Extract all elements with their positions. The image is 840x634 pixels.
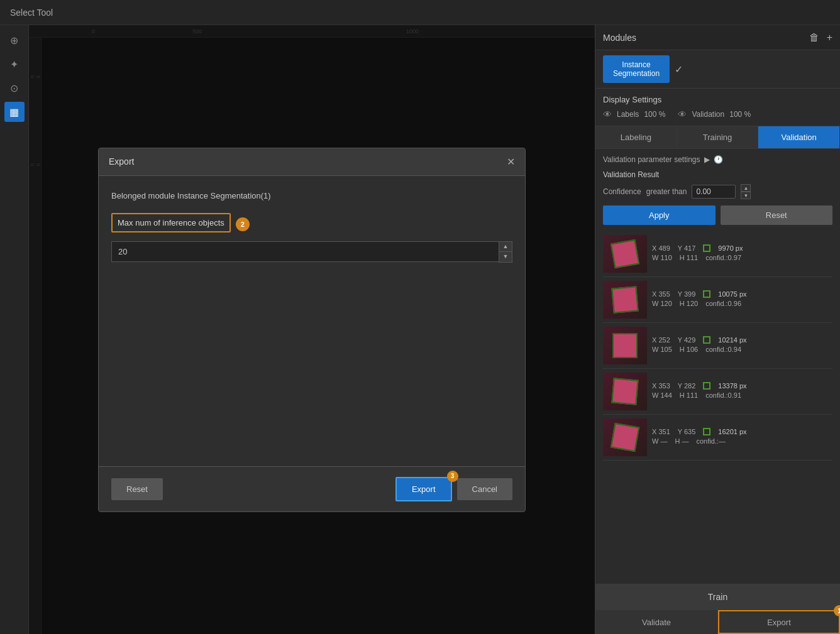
validation-panel: Validation parameter settings ▶ 🕐 Valida… — [595, 149, 840, 584]
modules-header: Modules 🗑 + — [595, 25, 840, 50]
validation-label: Validation — [692, 110, 724, 119]
result-color-box — [703, 336, 710, 344]
modules-actions: 🗑 + — [809, 32, 832, 43]
toolbar-select-icon[interactable]: ⊕ — [4, 30, 25, 50]
result-info: X 489 Y 417 9970 px W 110 H 111 confid.:… — [652, 244, 832, 263]
play-icon[interactable]: ▶ — [704, 155, 710, 164]
modal-overlay: Export ✕ Belonged module Instance Segmen… — [29, 25, 595, 634]
top-bar: Select Tool — [0, 0, 840, 25]
spinner-up-button[interactable]: ▲ — [499, 242, 512, 252]
result-color-box — [703, 244, 710, 252]
spinner-down-button[interactable]: ▼ — [499, 252, 512, 262]
dialog-export-button[interactable]: Export — [395, 477, 452, 501]
validation-visibility-icon[interactable]: 👁 — [678, 109, 687, 119]
history-icon[interactable]: 🕐 — [714, 155, 723, 164]
result-color-box — [703, 382, 710, 390]
confidence-label: Confidence — [603, 187, 641, 196]
dialog-reset-button[interactable]: Reset — [111, 478, 163, 500]
toolbar-poly-icon[interactable]: ▦ — [4, 102, 25, 122]
action-btns: Apply Reset — [603, 205, 832, 225]
result-info: X 351 Y 635 16201 px W — H — confid.:— — [652, 428, 832, 447]
result-item[interactable]: X 252 Y 429 10214 px W 105 H 106 confid.… — [603, 323, 832, 369]
result-items-container: X 489 Y 417 9970 px W 110 H 111 confid.:… — [603, 231, 832, 461]
result-info: X 252 Y 429 10214 px W 105 H 106 confid.… — [652, 336, 832, 355]
labels-label: Labels — [617, 110, 639, 119]
validation-result-title: Validation Result — [603, 170, 832, 179]
field-label: Max num of inference objects — [111, 213, 231, 232]
footer-left: Reset — [111, 478, 163, 500]
result-thumbnail — [603, 373, 647, 410]
result-thumbnail — [603, 327, 647, 364]
add-module-icon[interactable]: + — [827, 32, 832, 43]
confidence-row: Confidence greater than ▲ ▼ — [603, 184, 832, 199]
toolbar-magic-icon[interactable]: ✦ — [4, 54, 25, 74]
instance-segmentation-tab[interactable]: InstanceSegmentation — [603, 55, 670, 83]
field-with-badge: Max num of inference objects 2 — [111, 213, 512, 236]
reset-button[interactable]: Reset — [721, 205, 833, 225]
toolbar-person-icon[interactable]: ⊙ — [4, 78, 25, 98]
inference-objects-input[interactable] — [111, 241, 499, 262]
number-input-row: ▲ ▼ — [111, 241, 512, 263]
export-dialog: Export ✕ Belonged module Instance Segmen… — [98, 148, 526, 512]
result-info: X 353 Y 282 13378 px W 144 H 111 confid.… — [652, 382, 832, 401]
param-settings-label: Validation parameter settings ▶ 🕐 — [603, 155, 832, 164]
display-settings-title: Display Settings — [603, 95, 832, 104]
dialog-footer: Reset Export 3 Cancel — [99, 466, 525, 511]
export-bottom-button[interactable]: Export — [718, 610, 840, 634]
result-color-box — [703, 290, 710, 298]
result-color-box — [703, 428, 710, 435]
confidence-input[interactable] — [692, 185, 736, 199]
tab-bar: Labeling Training Validation — [595, 126, 840, 149]
tab-training[interactable]: Training — [677, 126, 759, 148]
result-thumbnail — [603, 281, 647, 319]
display-settings-row: 👁 Labels 100 % 👁 Validation 100 % — [603, 109, 832, 119]
tab-validation[interactable]: Validation — [758, 126, 840, 148]
modules-title: Modules — [603, 33, 636, 43]
result-item[interactable]: X 353 Y 282 13378 px W 144 H 111 confid.… — [603, 369, 832, 415]
dialog-subtitle: Belonged module Instance Segmentation(1) — [111, 191, 512, 200]
field-badge: 2 — [236, 217, 250, 231]
confidence-down[interactable]: ▼ — [741, 192, 751, 199]
dialog-body: Belonged module Instance Segmentation(1)… — [99, 176, 525, 466]
result-item[interactable]: X 355 Y 399 10075 px W 120 H 120 confid.… — [603, 277, 832, 323]
validate-button[interactable]: Validate — [595, 610, 718, 634]
result-item[interactable]: X 351 Y 635 16201 px W — H — confid.:— — [603, 415, 832, 461]
bottom-bar: Train Validate Export 1 — [595, 584, 840, 634]
right-panel: Modules 🗑 + InstanceSegmentation ✓ Displ… — [595, 25, 840, 634]
result-thumbnail — [603, 418, 647, 456]
module-tab-area: InstanceSegmentation ✓ — [595, 50, 840, 89]
train-button[interactable]: Train — [595, 584, 840, 610]
bottom-action-row: Validate Export 1 — [595, 610, 840, 634]
tab-labeling[interactable]: Labeling — [595, 126, 677, 148]
labels-visibility-icon[interactable]: 👁 — [603, 109, 612, 119]
top-bar-title: Select Tool — [10, 8, 53, 18]
footer-right: Export 3 Cancel — [395, 477, 512, 501]
module-checkmark: ✓ — [675, 63, 683, 75]
result-thumbnail — [603, 235, 647, 273]
delete-module-icon[interactable]: 🗑 — [809, 32, 819, 43]
greater-than-label: greater than — [646, 187, 687, 196]
result-info: X 355 Y 399 10075 px W 120 H 120 confid.… — [652, 290, 832, 309]
apply-button[interactable]: Apply — [603, 205, 716, 225]
main-layout: ⊕ ✦ ⊙ ▦ 0 500 1000 50 100 Export ✕ — [0, 25, 840, 634]
export-badge: 3 — [447, 471, 458, 482]
left-toolbar: ⊕ ✦ ⊙ ▦ — [0, 25, 29, 634]
dialog-title: Export — [109, 156, 134, 167]
confidence-up[interactable]: ▲ — [741, 184, 751, 192]
labels-value: 100 % — [644, 110, 665, 119]
dialog-header: Export ✕ — [99, 148, 525, 176]
display-settings: Display Settings 👁 Labels 100 % 👁 Valida… — [595, 89, 840, 126]
dialog-cancel-button[interactable]: Cancel — [457, 478, 512, 500]
result-item[interactable]: X 489 Y 417 9970 px W 110 H 111 confid.:… — [603, 231, 832, 277]
validation-value: 100 % — [729, 110, 751, 119]
dialog-close-button[interactable]: ✕ — [507, 156, 515, 168]
number-spinner: ▲ ▼ — [499, 241, 512, 263]
canvas-area: 0 500 1000 50 100 Export ✕ Belonged modu… — [29, 25, 595, 634]
